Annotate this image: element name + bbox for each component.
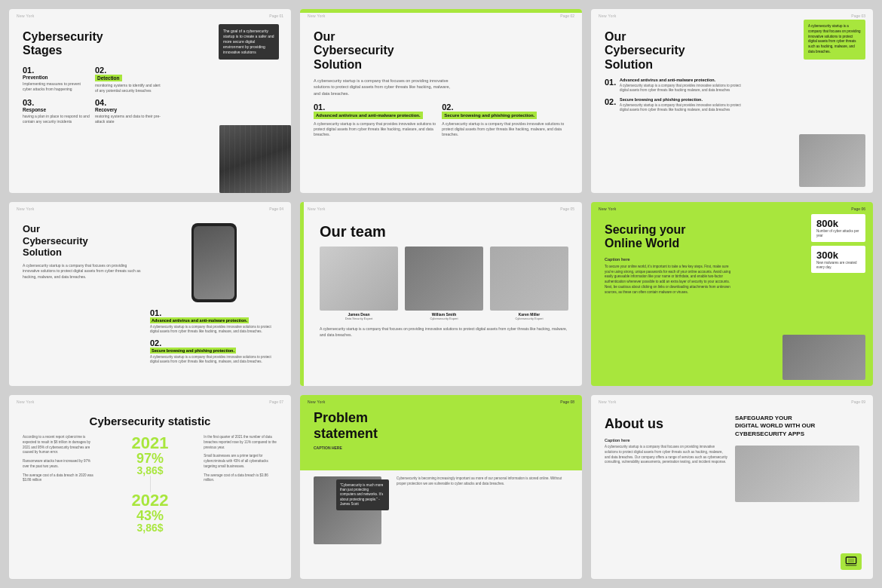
slide-3-f1: 01. Advanced antivirus and anti-malware … [605, 78, 745, 93]
left-text-3: The average cost of a data breach in 202… [23, 473, 96, 484]
s3-f2-desc: A cybersecurity startup is a company tha… [620, 103, 745, 113]
slide-2-features: 01. Advanced antivirus and anti-malware … [314, 103, 568, 137]
f1-title: Advanced antivirus and anti-malware prot… [314, 112, 423, 119]
about-us-title: About us [605, 416, 729, 432]
slide-3-title: OurCybersecuritySolution [605, 30, 745, 72]
feature-antivirus: 01. Advanced antivirus and anti-malware … [314, 103, 436, 137]
s3-f2-num: 02. [605, 97, 615, 113]
s3-f1-content: Advanced antivirus and anti-malware prot… [620, 78, 745, 93]
slide-3-photo [799, 134, 865, 187]
stage-1-title: Prevention [23, 75, 90, 80]
slide-9-num: Page 09 [851, 400, 865, 404]
stat-right-text: In the first quarter of 2021 the number … [204, 435, 277, 533]
s4-f1-num: 01. [150, 308, 277, 317]
slide-8-label: New York [308, 400, 326, 404]
slide-problem-statement: New York Page 08 Problemstatement CAPTIO… [300, 395, 582, 579]
stage-2-desc: monitoring systems to identify and alert… [95, 83, 163, 93]
right-text-2: Small businesses are a prime target for … [204, 454, 277, 469]
slide-our-team: New York Page 05 Our team James Dean Dat… [300, 202, 582, 386]
slide-5-desc: A cybersecurity startup is a company tha… [320, 326, 568, 338]
slide-5-title: Our team [320, 223, 568, 240]
stat-2021: 2021 [132, 435, 169, 452]
slide-4-desc: A cybersecurity startup is a company tha… [23, 263, 144, 280]
team-member-2: William Smith Cybersecurity Expert [405, 247, 483, 320]
stat-layout: According to a recent report cybercrime … [23, 435, 277, 533]
slide-4-num: Page 04 [269, 207, 283, 211]
member-1-role: Data Security Expert [320, 317, 398, 320]
slide-2-num: Page 02 [560, 14, 574, 18]
ps-title: Problemstatement [314, 410, 568, 441]
about-us-left: About us Caption here A cybersecurity st… [605, 409, 729, 565]
safeguard-text: SAFEGUARD YOURDIGITAL WORLD WITH OURCYBE… [735, 415, 859, 438]
feature-browsing: 02. Secure browsing and phishing protect… [442, 103, 564, 137]
slide-2-label: New York [308, 14, 326, 18]
slide-6-title: Securing yourOnline World [605, 223, 732, 251]
stat-386-2: 3,86$ [132, 522, 169, 533]
member-3-role: Cybersecurity Expert [490, 317, 568, 320]
slide-2-desc: A cybersecurity startup is a company tha… [314, 78, 454, 96]
f2-num: 02. [442, 103, 564, 112]
problem-statement-header: Problemstatement CAPTION HERE [300, 395, 582, 470]
stage-4-title: Recovery [95, 107, 163, 112]
stat-800k-label: Number of cyber attacks per year [816, 229, 860, 238]
stat-2022: 2022 [132, 492, 169, 509]
slide-cybersecurity-stages: New York Page 01 CybersecurityStages The… [9, 9, 291, 193]
slide-6-label: New York [599, 207, 617, 211]
slide-5-num: Page 05 [560, 207, 574, 211]
slides-grid: New York Page 01 CybersecurityStages The… [0, 0, 882, 588]
slide-7-label: New York [17, 400, 35, 404]
stage-2-num: 02. [95, 66, 163, 75]
slide-3-f2: 02. Secure browsing and phishing protect… [605, 97, 745, 113]
slide-6-num: Page 06 [851, 207, 865, 211]
stage-3-title: Response [23, 107, 90, 112]
stage-3-desc: having a plan in place to respond to and… [23, 114, 90, 124]
slide-5-label: New York [308, 207, 326, 211]
slide-4-left: OurCybersecuritySolution A cybersecurity… [23, 216, 150, 372]
slide-1-label: New York [17, 14, 35, 18]
slide-7-title: Cybersecurity statistic [23, 415, 277, 427]
about-us-desc: A cybersecurity startup is a company tha… [605, 445, 729, 465]
member-2-role: Cybersecurity Expert [405, 317, 483, 320]
s4-f1-title: Advanced antivirus and anti-malware prot… [150, 317, 249, 323]
f1-desc: A cybersecurity startup is a company tha… [314, 121, 436, 137]
stat-2022-group: 2022 43% 3,86$ [132, 492, 169, 533]
stage-recovery: 04. Recovery restoring systems and data … [95, 98, 163, 124]
s3-f1-title: Advanced antivirus and anti-malware prot… [620, 78, 745, 82]
right-text-3: The average cost of a data breach is $3.… [204, 473, 277, 484]
stage-4-desc: restoring systems and data to their pre-… [95, 114, 163, 124]
green-bar [300, 202, 304, 386]
stage-1-num: 01. [23, 66, 90, 75]
stat-43: 43% [132, 509, 169, 522]
team-member-3: Karen Miller Cybersecurity Expert [490, 247, 568, 320]
phone-screen [194, 226, 234, 299]
slide-3-label: New York [599, 14, 617, 18]
slide-1-callout: The goal of a cybersecurity startup is t… [219, 24, 279, 60]
stages-grid: 01. Prevention Implementing measures to … [23, 66, 163, 124]
slide-4-f2: 02. Secure browsing and phishing protect… [150, 338, 277, 365]
svg-rect-1 [848, 559, 854, 562]
quote-bubble: "Cybersecurity is much more than just pr… [336, 479, 389, 510]
slide-1-num: Page 01 [269, 14, 283, 18]
problem-statement-body: "Cybersecurity is much more than just pr… [314, 470, 568, 544]
stat-300k: 300k New malwares are created every day. [811, 246, 865, 274]
stage-3-num: 03. [23, 98, 90, 107]
slide-securing-online-world: New York Page 06 Securing yourOnline Wor… [591, 202, 873, 386]
stat-left-text: According to a recent report cybercrime … [23, 435, 96, 533]
stat-300k-num: 300k [816, 250, 860, 261]
left-text-2: Ransomware attacks have increased by 97%… [23, 459, 96, 470]
stage-response: 03. Response having a plan in place to r… [23, 98, 90, 124]
team-members: James Dean Data Security Expert William … [320, 247, 568, 320]
slide-6-body: To secure your online world, it's import… [605, 265, 732, 296]
stat-2021-group: 2021 97% 3,86$ [132, 435, 169, 476]
about-us-right: SAFEGUARD YOURDIGITAL WORLD WITH OURCYBE… [735, 409, 859, 565]
keyboard-photo [219, 125, 291, 193]
slide-4-f1: 01. Advanced antivirus and anti-malware … [150, 308, 277, 335]
slide-cybersecurity-solution-3: New York Page 03 OurCybersecuritySolutio… [591, 9, 873, 193]
f2-title: Secure browsing and phishing protection. [442, 112, 537, 119]
right-text-1: In the first quarter of 2021 the number … [204, 435, 277, 450]
stat-97: 97% [132, 452, 169, 465]
quote-photo-container: "Cybersecurity is much more than just pr… [314, 476, 381, 544]
slide-8-num: Page 08 [560, 400, 574, 404]
slide-4-title: OurCybersecuritySolution [23, 223, 144, 259]
slide-1-photo [219, 125, 291, 193]
